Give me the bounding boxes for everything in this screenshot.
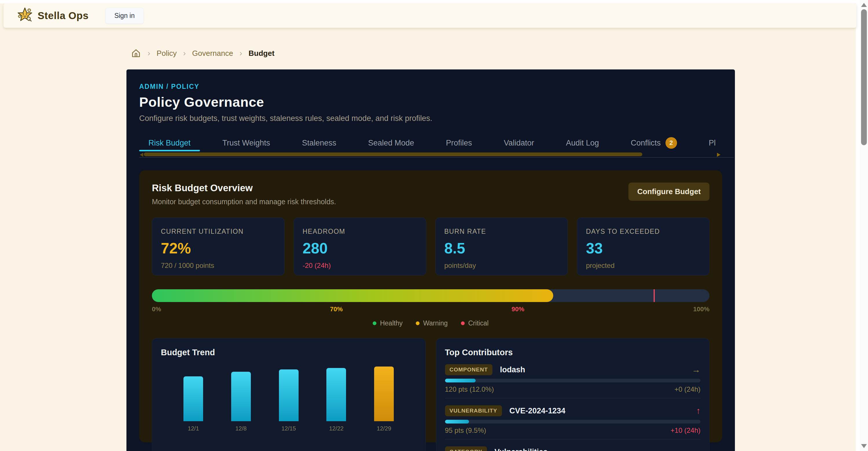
contributor-progress-fill: [445, 420, 469, 423]
section-eyebrow: ADMIN / POLICY: [139, 83, 722, 91]
tab-bar: Risk Budget Trust Weights Staleness Seal…: [139, 134, 722, 151]
contributor-row: CATEGORY Vulnerabilities →: [445, 446, 701, 451]
trend-bar-column: 12/22: [326, 368, 346, 432]
contributor-name: lodash: [500, 365, 525, 374]
gauge-threshold-labels: 0% 70% 90% 100%: [152, 305, 709, 313]
budget-trend-chart: 12/112/812/1512/2212/29: [161, 362, 416, 432]
tab-truncated[interactable]: Pl: [700, 134, 725, 151]
critical-threshold-marker: [654, 289, 655, 302]
gauge-label-100: 100%: [693, 305, 709, 313]
gauge-label-0: 0%: [152, 305, 161, 313]
top-contributors-title: Top Contributors: [445, 348, 701, 357]
healthy-dot-icon: [373, 321, 376, 325]
contributor-progress-track: [445, 420, 701, 423]
scrollbar-gutter: [856, 0, 860, 451]
brand-title: Stella Ops: [38, 10, 89, 22]
type-badge: COMPONENT: [445, 364, 493, 375]
tab-validator[interactable]: Validator: [494, 134, 544, 151]
configure-budget-button[interactable]: Configure Budget: [628, 183, 709, 201]
scroll-up-arrow-icon[interactable]: [861, 3, 867, 7]
contributor-progress-track: [445, 379, 701, 382]
breadcrumb-link-governance[interactable]: Governance: [192, 49, 233, 58]
type-badge: VULNERABILITY: [445, 405, 502, 416]
policy-governance-panel: ADMIN / POLICY Policy Governance Configu…: [126, 69, 735, 451]
tab-trust-weights[interactable]: Trust Weights: [213, 134, 279, 151]
contributor-progress-fill: [445, 379, 476, 382]
gauge-label-90: 90%: [512, 305, 524, 313]
trend-bar-label: 12/22: [329, 425, 343, 432]
legend-item-critical: Critical: [461, 319, 488, 327]
trend-bar: [231, 372, 251, 421]
critical-dot-icon: [461, 321, 465, 325]
trend-bar-column: 12/29: [374, 366, 394, 432]
trend-bar-column: 12/15: [279, 369, 299, 432]
contributor-points: 120 pts (12.0%): [445, 385, 494, 393]
overview-subtitle: Monitor budget consumption and manage ri…: [152, 198, 336, 206]
budget-utilization-gauge: [152, 289, 709, 302]
tab-profiles[interactable]: Profiles: [437, 134, 481, 151]
breadcrumb-link-policy[interactable]: Policy: [157, 49, 177, 58]
home-icon[interactable]: [131, 48, 141, 58]
legend-item-warning: Warning: [416, 319, 447, 327]
stat-card-headroom: HEADROOM 280 -20 (24h): [294, 218, 426, 276]
vertical-scrollbar-thumb[interactable]: [861, 9, 867, 145]
budget-trend-title: Budget Trend: [161, 348, 416, 357]
type-badge: CATEGORY: [445, 446, 487, 451]
budget-gauge-fill: [152, 289, 553, 302]
trend-bar-label: 12/8: [236, 425, 247, 432]
trend-bar-column: 12/8: [231, 372, 251, 432]
arrow-up-icon[interactable]: ↑: [696, 406, 701, 416]
contributor-name: Vulnerabilities: [494, 448, 548, 451]
warning-dot-icon: [416, 321, 420, 325]
chevron-right-icon: ›: [240, 49, 242, 58]
horizontal-scrollbar-thumb[interactable]: [144, 153, 642, 156]
overview-title: Risk Budget Overview: [152, 183, 336, 194]
risk-budget-overview-card: Risk Budget Overview Monitor budget cons…: [139, 170, 722, 442]
trend-bar: [327, 368, 346, 421]
gauge-label-70: 70%: [330, 305, 343, 313]
stat-card-days-to-exceeded: DAYS TO EXCEEDED 33 projected: [577, 218, 709, 276]
scroll-down-arrow-icon[interactable]: [861, 444, 867, 448]
top-contributors-card: Top Contributors COMPONENT lodash → 120 …: [436, 338, 710, 451]
sign-in-button[interactable]: Sign in: [105, 8, 144, 24]
star-mascot-logo-icon: [17, 7, 33, 24]
tab-staleness[interactable]: Staleness: [293, 134, 346, 151]
stat-card-burn-rate: BURN RATE 8.5 points/day: [435, 218, 568, 276]
budget-trend-card: Budget Trend 12/112/812/1512/2212/29: [152, 338, 426, 451]
contributor-name: CVE-2024-1234: [509, 407, 566, 415]
chevron-right-icon: ›: [148, 49, 150, 58]
tab-risk-budget[interactable]: Risk Budget: [139, 134, 200, 151]
tab-sealed-mode[interactable]: Sealed Mode: [359, 134, 423, 151]
scroll-right-arrow-icon[interactable]: [717, 153, 720, 157]
status-legend: Healthy Warning Critical: [152, 319, 709, 327]
trend-bar: [374, 366, 394, 421]
tab-conflicts[interactable]: Conflicts 2: [621, 134, 686, 151]
page-title: Policy Governance: [139, 94, 722, 110]
vertical-scrollbar[interactable]: [860, 0, 868, 451]
contributor-delta: +10 (24h): [671, 426, 701, 434]
stat-cards-row: CURRENT UTILIZATION 72% 720 / 1000 point…: [152, 218, 709, 276]
legend-item-healthy: Healthy: [373, 319, 402, 327]
brand: Stella Ops: [17, 7, 89, 24]
trend-bar-label: 12/29: [377, 425, 391, 432]
page-subtitle: Configure risk budgets, trust weights, s…: [139, 114, 722, 123]
contributor-row: COMPONENT lodash → 120 pts (12.0%) +0 (2…: [445, 364, 701, 398]
arrow-right-icon[interactable]: →: [692, 365, 701, 375]
stat-card-current-utilization: CURRENT UTILIZATION 72% 720 / 1000 point…: [152, 218, 284, 276]
conflicts-count-badge: 2: [665, 137, 677, 149]
tabs-horizontal-scrollbar: [139, 152, 722, 158]
chevron-right-icon: ›: [183, 49, 186, 58]
scroll-left-arrow-icon[interactable]: [140, 153, 143, 157]
tab-audit-log[interactable]: Audit Log: [557, 134, 608, 151]
trend-bar-label: 12/15: [281, 425, 296, 432]
top-bar: Stella Ops Sign in: [3, 3, 857, 28]
scrollbar-track-line: [139, 157, 734, 158]
contributor-delta: +0 (24h): [675, 385, 701, 393]
arrow-right-icon[interactable]: →: [692, 447, 701, 451]
contributor-row: VULNERABILITY CVE-2024-1234 ↑ 95 pts (9.…: [445, 405, 701, 440]
contributor-points: 95 pts (9.5%): [445, 426, 486, 434]
trend-bar: [183, 376, 203, 421]
breadcrumb: › Policy › Governance › Budget: [131, 46, 275, 60]
trend-bar: [279, 369, 299, 421]
trend-bar-column: 12/1: [183, 376, 204, 432]
